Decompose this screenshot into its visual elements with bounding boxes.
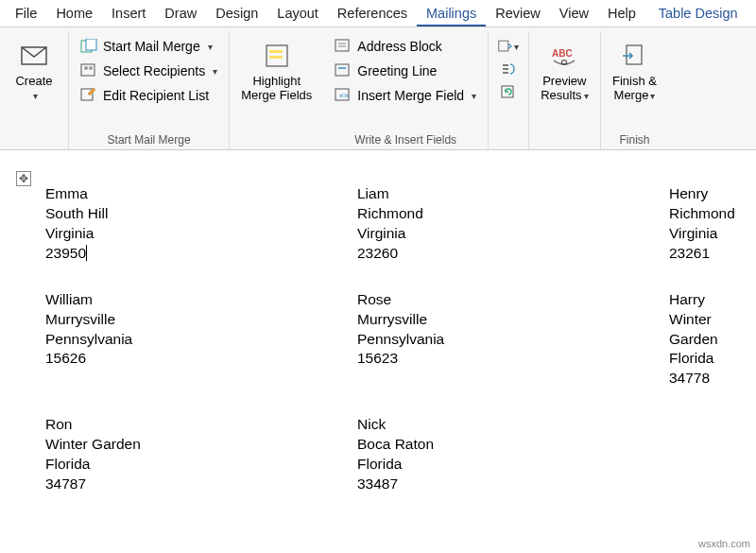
preview-label: Preview Results <box>541 74 586 102</box>
recipient-zip: 15623 <box>357 349 669 369</box>
rules-button[interactable]: ▾ <box>498 37 519 56</box>
svg-text:«»: «» <box>339 91 349 100</box>
recipient-name: Harry <box>669 290 756 310</box>
greeting-line-button[interactable]: Greeting Line <box>329 60 482 82</box>
greeting-icon <box>335 62 352 79</box>
group-create: Create▾ <box>0 31 69 149</box>
svg-rect-21 <box>627 45 642 64</box>
select-recipients-label: Select Recipients <box>103 63 205 78</box>
create-button[interactable]: Create▾ <box>6 33 62 107</box>
group-start-mail-merge: Start Mail Merge ▾ Select Recipients ▾ E… <box>69 31 230 149</box>
group-finish: Finish & Merge▾ Finish <box>601 31 669 149</box>
label-cell[interactable]: Ron Winter Garden Florida 34787 <box>45 415 357 494</box>
label-cell[interactable]: William Murrysville Pennsylvania 15626 <box>45 290 357 389</box>
svg-point-4 <box>84 66 88 70</box>
recipient-state: Virginia <box>669 224 756 244</box>
chevron-down-icon: ▾ <box>650 91 655 101</box>
update-labels-button[interactable] <box>498 82 519 101</box>
recipient-city: Murrysville <box>45 310 357 330</box>
start-mail-merge-button[interactable]: Start Mail Merge ▾ <box>75 35 223 58</box>
chevron-down-icon: ▾ <box>208 42 213 52</box>
recipient-state: Pennsylvania <box>357 330 669 350</box>
svg-text:ABC: ABC <box>552 48 573 59</box>
menu-table-design[interactable]: Table Design <box>649 2 747 26</box>
recipient-city: Richmond <box>357 204 669 224</box>
highlight-merge-fields-button[interactable]: Highlight Merge Fields <box>235 33 318 107</box>
recipient-city: Winter Garden <box>669 310 756 350</box>
mailmerge-icon <box>80 38 97 55</box>
insert-merge-field-button[interactable]: «» Insert Merge Field ▾ <box>329 84 482 107</box>
label-cell[interactable]: Harry Winter Garden Florida 34778 <box>669 290 756 389</box>
preview-results-button[interactable]: ABC Preview Results▾ <box>535 33 593 107</box>
chevron-down-icon: ▾ <box>213 66 217 77</box>
chevron-down-icon: ▾ <box>584 91 589 101</box>
label-cell[interactable]: Liam Richmond Virginia 23260 <box>357 184 669 264</box>
recipient-zip: 34787 <box>45 475 357 494</box>
recipient-name: Henry <box>669 184 756 204</box>
menu-home[interactable]: Home <box>46 2 102 26</box>
label-cell[interactable]: Henry Richmond Virginia 23261 <box>669 184 756 264</box>
recipient-name: Ron <box>45 415 357 435</box>
recipient-city: Boca Raton <box>357 435 669 455</box>
label-cell[interactable]: Rose Murrysville Pennsylvania 15623 <box>357 290 669 389</box>
recipient-city: South Hill <box>45 204 357 224</box>
create-label: Create <box>15 74 52 88</box>
recipient-name: Liam <box>357 184 669 204</box>
recipient-city: Murrysville <box>357 310 669 330</box>
svg-rect-9 <box>269 56 283 59</box>
recipient-zip: 15626 <box>45 349 357 369</box>
group-write-insert-label: Write & Insert Fields <box>354 132 456 149</box>
svg-rect-17 <box>499 41 508 51</box>
recipient-zip: 23261 <box>669 244 756 264</box>
svg-rect-13 <box>335 64 349 76</box>
highlight-label: Highlight Merge Fields <box>241 75 312 103</box>
menu-references[interactable]: References <box>328 2 417 26</box>
menu-mailings[interactable]: Mailings <box>417 2 486 26</box>
menu-insert[interactable]: Insert <box>102 2 155 26</box>
chevron-down-icon: ▾ <box>514 42 519 52</box>
recipient-name: William <box>45 290 357 310</box>
address-block-icon <box>335 38 352 55</box>
envelope-icon <box>19 41 49 71</box>
group-start-mail-merge-label: Start Mail Merge <box>108 132 191 149</box>
menu-layout[interactable]: Layout <box>267 2 328 26</box>
menu-review[interactable]: Review <box>486 2 550 26</box>
document-area[interactable]: ✥ Emma South Hill Virginia 23950 Liam Ri… <box>0 150 756 494</box>
menubar: File Home Insert Draw Design Layout Refe… <box>0 0 756 27</box>
recipient-city: Winter Garden <box>45 435 357 455</box>
menu-design[interactable]: Design <box>206 2 267 26</box>
group-finish-label: Finish <box>619 132 649 149</box>
menu-view[interactable]: View <box>550 2 598 26</box>
svg-rect-3 <box>81 64 94 76</box>
recipient-state: Florida <box>45 455 357 475</box>
recipient-zip: 23260 <box>357 244 669 264</box>
recipient-name: Emma <box>45 184 357 204</box>
finish-merge-button[interactable]: Finish & Merge▾ <box>607 33 663 107</box>
recipient-city: Richmond <box>669 204 756 224</box>
select-recipients-button[interactable]: Select Recipients ▾ <box>75 60 223 82</box>
table-move-handle[interactable]: ✥ <box>16 171 31 186</box>
edit-list-icon <box>80 87 97 104</box>
recipient-state: Florida <box>357 455 669 475</box>
label-cell[interactable]: Nick Boca Raton Florida 33487 <box>357 415 669 494</box>
watermark: wsxdn.com <box>698 538 750 549</box>
recipient-state: Virginia <box>357 224 669 244</box>
insert-merge-field-label: Insert Merge Field <box>357 88 464 103</box>
label-cell[interactable]: Emma South Hill Virginia 23950 <box>45 184 357 264</box>
highlight-icon <box>262 41 292 71</box>
menu-draw[interactable]: Draw <box>155 2 206 26</box>
address-block-button[interactable]: Address Block <box>329 35 482 58</box>
preview-icon: ABC <box>549 41 579 71</box>
recipient-state: Florida <box>669 349 756 369</box>
edit-recipient-list-button[interactable]: Edit Recipient List <box>75 84 223 107</box>
chevron-down-icon: ▾ <box>33 91 38 101</box>
label-cell-empty[interactable] <box>669 415 756 494</box>
menu-help[interactable]: Help <box>598 2 645 26</box>
recipient-state: Pennsylvania <box>45 330 357 350</box>
ribbon: Create▾ Start Mail Merge ▾ Select <box>0 27 756 150</box>
match-fields-button[interactable] <box>498 60 519 78</box>
svg-rect-8 <box>269 50 283 53</box>
recipient-name: Rose <box>357 290 669 310</box>
recipient-zip: 33487 <box>357 475 669 494</box>
menu-file[interactable]: File <box>6 2 46 26</box>
